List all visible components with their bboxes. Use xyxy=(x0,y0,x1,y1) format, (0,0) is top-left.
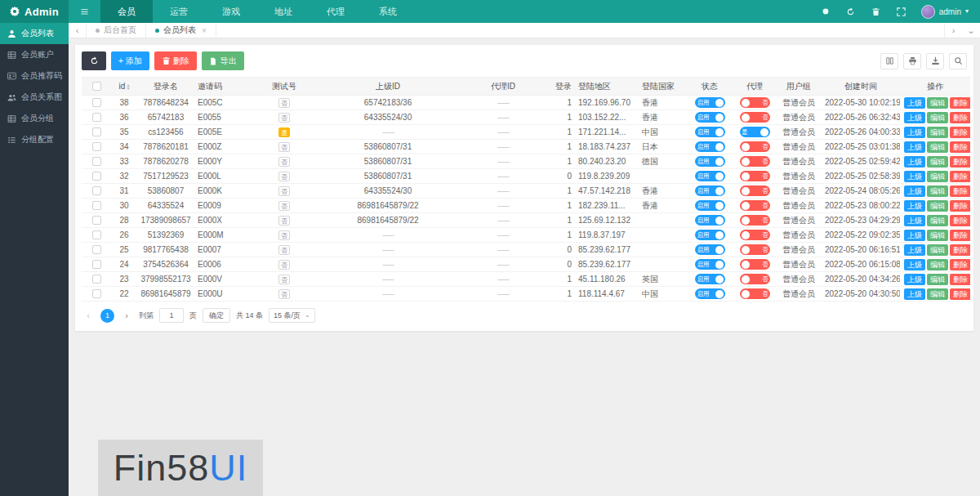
toggle-on[interactable]: 启用 xyxy=(695,288,725,299)
edit-button[interactable]: 编辑 xyxy=(927,215,948,226)
edit-button[interactable]: 编辑 xyxy=(927,244,948,256)
row-checkbox[interactable] xyxy=(92,157,101,166)
toggle-on[interactable]: 启用 xyxy=(695,127,725,137)
page-prev-button[interactable]: ‹ xyxy=(82,311,95,320)
row-checkbox[interactable] xyxy=(92,245,101,254)
toggle-off[interactable]: 否 xyxy=(740,274,770,284)
parent-button[interactable]: 上级 xyxy=(904,230,925,241)
row-checkbox[interactable] xyxy=(92,113,101,122)
delete-row-button[interactable]: 删除 xyxy=(950,244,970,256)
toggle-on[interactable]: 启用 xyxy=(695,171,725,181)
row-checkbox[interactable] xyxy=(92,201,101,210)
dot-icon[interactable] xyxy=(820,6,831,17)
edit-button[interactable]: 编辑 xyxy=(927,127,948,138)
add-button[interactable]: +添加 xyxy=(111,51,149,70)
edit-button[interactable]: 编辑 xyxy=(927,156,948,168)
toggle-off[interactable]: 否 xyxy=(740,185,770,196)
toggle-off[interactable]: 否 xyxy=(740,171,770,181)
delete-row-button[interactable]: 删除 xyxy=(950,141,970,153)
toggle-off[interactable]: 否 xyxy=(740,288,770,299)
page-current[interactable]: 1 xyxy=(100,309,114,323)
delete-row-button[interactable]: 删除 xyxy=(950,112,970,123)
goto-confirm-button[interactable]: 确定 xyxy=(203,308,230,323)
sidebar-item-会员分组[interactable]: 会员分组 xyxy=(0,108,69,129)
sidebar-item-会员列表[interactable]: 会员列表 xyxy=(0,23,69,44)
tabs-scroll-left[interactable]: ‹ xyxy=(69,23,87,38)
toggle-off[interactable]: 否 xyxy=(740,215,770,226)
refresh-icon[interactable] xyxy=(845,6,857,17)
columns-tool-button[interactable] xyxy=(880,53,898,69)
toggle-on[interactable]: 启用 xyxy=(695,97,725,108)
parent-button[interactable]: 上级 xyxy=(904,288,925,300)
tabs-scroll-right[interactable]: › xyxy=(944,23,962,38)
toggle-on[interactable]: 启用 xyxy=(695,156,725,167)
menu-fold-toggle[interactable] xyxy=(69,0,100,23)
parent-button[interactable]: 上级 xyxy=(904,259,925,270)
toggle-on[interactable]: 启用 xyxy=(695,200,725,211)
delete-row-button[interactable]: 删除 xyxy=(950,215,970,226)
row-checkbox[interactable] xyxy=(92,289,101,298)
edit-button[interactable]: 编辑 xyxy=(927,97,948,109)
delete-row-button[interactable]: 删除 xyxy=(950,127,970,138)
nav-item-运营[interactable]: 运营 xyxy=(153,0,205,23)
delete-row-button[interactable]: 删除 xyxy=(950,288,970,300)
toggle-on[interactable]: 启用 xyxy=(695,230,725,240)
row-checkbox[interactable] xyxy=(92,186,101,195)
toggle-off[interactable]: 否 xyxy=(740,230,770,240)
parent-button[interactable]: 上级 xyxy=(904,141,925,153)
toggle-on[interactable]: 启用 xyxy=(695,244,725,255)
parent-button[interactable]: 上级 xyxy=(904,215,925,226)
page-next-button[interactable]: › xyxy=(120,311,133,320)
edit-button[interactable]: 编辑 xyxy=(927,141,948,153)
sidebar-item-分组配置[interactable]: 分组配置 xyxy=(0,129,69,150)
nav-item-代理[interactable]: 代理 xyxy=(310,0,362,23)
tabs-menu-caret[interactable]: ⌄ xyxy=(962,23,980,38)
parent-button[interactable]: 上级 xyxy=(904,244,925,256)
row-checkbox[interactable] xyxy=(92,172,101,181)
goto-page-input[interactable] xyxy=(159,308,184,323)
toggle-on[interactable]: 是 xyxy=(740,127,770,137)
delete-row-button[interactable]: 删除 xyxy=(950,274,970,285)
row-checkbox[interactable] xyxy=(92,127,101,136)
toggle-off[interactable]: 否 xyxy=(740,141,770,152)
tab-会员列表[interactable]: 会员列表× xyxy=(146,23,216,38)
page-size-select[interactable]: 15 条/页 ⌄ xyxy=(269,308,315,323)
toggle-off[interactable]: 否 xyxy=(740,97,770,108)
trash-icon[interactable] xyxy=(871,6,882,17)
toggle-off[interactable]: 否 xyxy=(740,156,770,167)
sidebar-item-会员推荐码[interactable]: 会员推荐码 xyxy=(0,65,69,87)
delete-row-button[interactable]: 删除 xyxy=(950,185,970,197)
toggle-on[interactable]: 启用 xyxy=(695,112,725,123)
sort-icon[interactable]: ▴▾ xyxy=(127,83,129,90)
close-icon[interactable]: × xyxy=(202,26,207,35)
parent-button[interactable]: 上级 xyxy=(904,112,925,123)
delete-row-button[interactable]: 删除 xyxy=(950,200,970,212)
edit-button[interactable]: 编辑 xyxy=(927,200,948,212)
row-checkbox[interactable] xyxy=(92,216,101,225)
edit-button[interactable]: 编辑 xyxy=(927,288,948,300)
edit-button[interactable]: 编辑 xyxy=(927,171,948,182)
toggle-off[interactable]: 否 xyxy=(740,244,770,255)
fullscreen-icon[interactable] xyxy=(896,6,907,17)
sidebar-item-会员关系图[interactable]: 会员关系图 xyxy=(0,87,69,108)
toggle-on[interactable]: 启用 xyxy=(695,259,725,270)
refresh-button[interactable] xyxy=(82,51,106,70)
user-menu[interactable]: admin ▾ xyxy=(921,5,969,19)
sidebar-item-会员账户[interactable]: 会员账户 xyxy=(0,44,69,65)
toggle-off[interactable]: 否 xyxy=(740,200,770,211)
row-checkbox[interactable] xyxy=(92,142,101,151)
row-checkbox[interactable] xyxy=(92,230,101,239)
parent-button[interactable]: 上级 xyxy=(904,97,925,109)
edit-button[interactable]: 编辑 xyxy=(927,259,948,270)
toggle-off[interactable]: 否 xyxy=(740,112,770,123)
export-button[interactable]: 导出 xyxy=(202,51,244,70)
delete-row-button[interactable]: 删除 xyxy=(950,171,970,182)
delete-row-button[interactable]: 删除 xyxy=(950,259,970,270)
nav-item-地址[interactable]: 地址 xyxy=(257,0,310,23)
parent-button[interactable]: 上级 xyxy=(904,171,925,182)
toggle-on[interactable]: 启用 xyxy=(695,274,725,284)
edit-button[interactable]: 编辑 xyxy=(927,230,948,241)
toggle-on[interactable]: 启用 xyxy=(695,215,725,226)
row-checkbox[interactable] xyxy=(92,260,101,269)
edit-button[interactable]: 编辑 xyxy=(927,185,948,197)
